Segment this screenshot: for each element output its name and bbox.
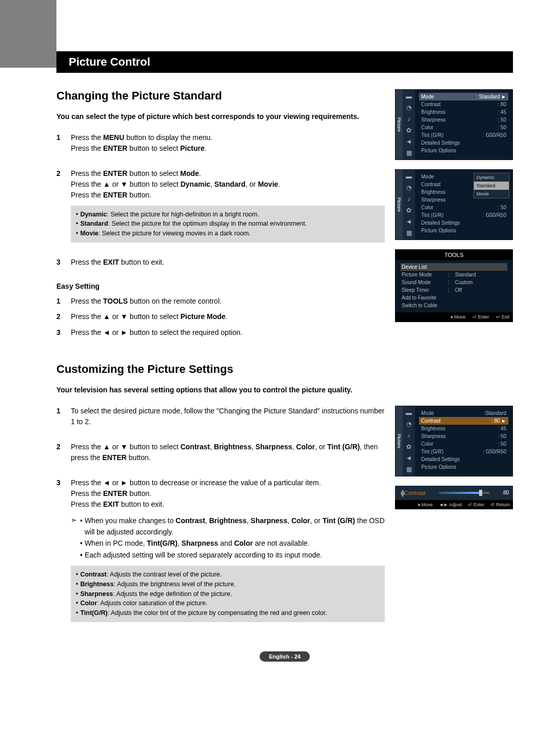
osd-tools-menu: TOOLSDevice ListPicture Mode:StandardSou… xyxy=(395,249,513,322)
step-number: 1 xyxy=(56,132,71,154)
osd-dropdown-item: Standard xyxy=(474,182,509,190)
slider-value: 80 xyxy=(493,490,509,495)
osd-menu-item: Tint (G/R): G50/R50 xyxy=(419,448,508,455)
step-number: 1 xyxy=(56,406,71,427)
osd-menu-item: Detailed Settings xyxy=(419,219,508,227)
s1-steps: 1Press the MENU button to display the me… xyxy=(56,132,385,268)
osd-menu-item: Picture Options xyxy=(419,463,508,471)
osd-hint: ⏎ Enter xyxy=(472,314,489,320)
osd-dropdown-item: Movie xyxy=(474,190,509,198)
osd-menu-item: Picture Options xyxy=(419,227,508,234)
tools-title: TOOLS xyxy=(395,250,512,260)
step-text: Press the ▲ or ▼ button to select Pictur… xyxy=(71,311,228,322)
page-footer: English - 24 xyxy=(56,652,513,660)
step-number: 2 xyxy=(56,311,71,322)
osd-picture-menu-1: Picture▬◔♪✿◄▦Mode: Standard ►Contrast: 8… xyxy=(395,89,513,160)
osd-hint: ♦ Move xyxy=(450,314,465,320)
tools-menu-item: Device List xyxy=(401,263,507,271)
osd-picture-menu-2: Picture▬◔♪✿◄▦ModeContrastBrightnessSharp… xyxy=(395,169,513,240)
osd-menu-item: Mode: Standard ► xyxy=(419,93,508,101)
step-number: 3 xyxy=(56,257,71,268)
osd-dropdown: DynamicStandardMovie xyxy=(473,173,509,198)
osd-tab-label: Picture xyxy=(395,170,403,240)
osd-menu-item: Color: 50 xyxy=(419,440,508,448)
osd-icon-strip: ▬◔♪✿◄▦ xyxy=(403,170,415,240)
slider-thumb xyxy=(479,490,482,496)
info-box: Contrast: Adjusts the contrast level of … xyxy=(71,566,385,622)
osd-hint: ↺ Return xyxy=(490,502,510,507)
osd-hint: ◄► Adjust xyxy=(439,502,462,507)
slider-bar xyxy=(439,492,489,494)
osd-menu-item: Sharpness: 50 xyxy=(419,116,508,124)
osd-contrast-slider: ▲▼Contrast80♦ Move◄► Adjust⏎ Enter↺ Retu… xyxy=(395,486,513,509)
osd-menu-item: Picture Options xyxy=(419,147,508,154)
s1-intro: You can select the type of picture which… xyxy=(56,112,385,122)
section-header: Picture Control xyxy=(56,51,513,73)
info-box: Dynamic: Select the picture for high-def… xyxy=(71,206,385,243)
osd-menu-item: Tint (G/R): G50/R50 xyxy=(419,211,508,219)
step-body: Press the MENU button to display the men… xyxy=(71,132,385,154)
osd-menu-item: Color: 50 xyxy=(419,204,508,211)
osd-menu-item: Detailed Settings xyxy=(419,455,508,463)
osd-menu-item: Detailed Settings xyxy=(419,139,508,147)
osd-hint: ↩ Exit xyxy=(496,314,509,320)
step-body: Press the ▲ or ▼ button to select Contra… xyxy=(71,442,385,463)
step-number: 3 xyxy=(56,478,71,622)
step-body: To select the desired picture mode, foll… xyxy=(71,406,385,427)
s2-intro: Your television has several setting opti… xyxy=(56,385,513,395)
step-number: 2 xyxy=(56,442,71,463)
step-text: Press the TOOLS button on the remote con… xyxy=(71,295,222,307)
easy-setting-list: 1Press the TOOLS button on the remote co… xyxy=(56,295,385,338)
osd-tab-label: Picture xyxy=(395,90,403,160)
step-number: 2 xyxy=(56,168,71,243)
slider-label: Contrast xyxy=(404,490,435,496)
step-body: Press the EXIT button to exit. xyxy=(71,257,385,268)
tools-menu-item: Sound Mode:Custom xyxy=(401,278,507,286)
note-icon: ➣ xyxy=(71,515,77,561)
step-body: Press the ENTER button to select Mode.Pr… xyxy=(71,168,385,243)
osd-menu-item: Color: 50 xyxy=(419,124,508,131)
osd-menu-item: Mode:Standard xyxy=(419,409,508,417)
osd-menu-item: Brightness: 45 xyxy=(419,425,508,432)
tools-menu-item: Sleep Timer:Off xyxy=(401,286,507,294)
osd-tab-label: Picture xyxy=(395,406,403,476)
step-text: Press the ◄ or ► button to select the re… xyxy=(71,327,242,338)
s1-title: Changing the Picture Standard xyxy=(56,89,385,103)
page-side-bar xyxy=(0,0,56,68)
osd-menu-item: Tint (G/R): G50/R50 xyxy=(419,131,508,139)
tools-menu-item: Switch to Cable xyxy=(401,302,507,309)
osd-icon-strip: ▬◔♪✿◄▦ xyxy=(403,90,415,160)
osd-hint: ♦ Move xyxy=(418,502,433,507)
osd-menu-item: Brightness: 45 xyxy=(419,108,508,116)
tools-menu-item: Add to Favorite xyxy=(401,294,507,302)
tools-menu-item: Picture Mode:Standard xyxy=(401,271,507,278)
osd-hint: ⏎ Enter xyxy=(468,502,484,507)
osd-menu-item: Contrast: 80 xyxy=(419,101,508,108)
step-body: Press the ◄ or ► button to decrease or i… xyxy=(71,478,385,622)
s2-steps: 1To select the desired picture mode, fol… xyxy=(56,406,385,622)
page-number: English - 24 xyxy=(260,651,310,662)
page-content: Picture Control Changing the Picture Sta… xyxy=(0,0,554,681)
osd-menu-item: Contrast: 80 ► xyxy=(419,417,508,425)
step-number: 3 xyxy=(56,327,71,338)
easy-setting-title: Easy Setting xyxy=(56,282,385,290)
osd-dropdown-item: Dynamic xyxy=(474,173,509,182)
osd-icon-strip: ▬◔♪✿◄▦ xyxy=(403,406,415,476)
osd-menu-item: Sharpness: 50 xyxy=(419,432,508,440)
osd-picture-menu-3: Picture▬◔♪✿◄▦Mode:StandardContrast: 80 ►… xyxy=(395,406,513,476)
step-number: 1 xyxy=(56,295,71,307)
arrow-up-down-icon: ▲▼ xyxy=(399,489,404,497)
s2-title: Customizing the Picture Settings xyxy=(56,363,513,376)
